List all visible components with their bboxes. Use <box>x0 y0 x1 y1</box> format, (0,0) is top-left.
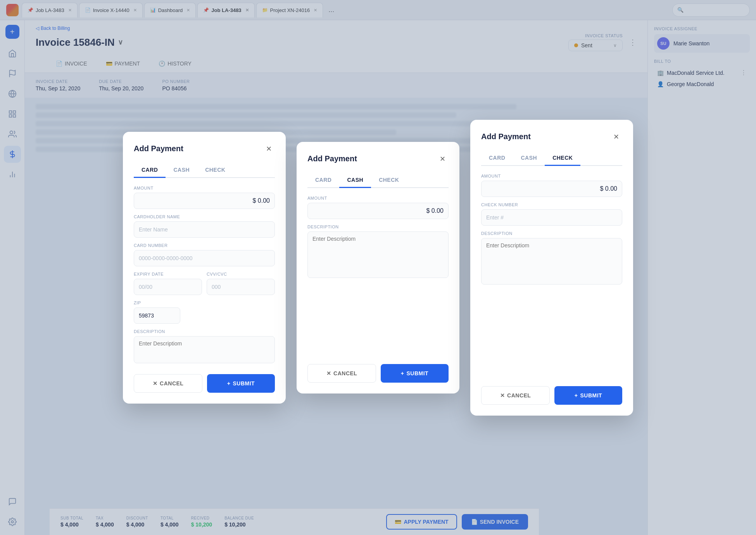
modal-cash-tab-check[interactable]: CHECK <box>371 173 407 188</box>
cash-amount-group: AMOUNT <box>307 196 449 219</box>
expiry-label: EXPIRY DATE <box>134 272 202 276</box>
modal-cash-title: Add Payment <box>307 154 357 163</box>
check-cancel-x-icon: ✕ <box>500 392 505 399</box>
cardholder-input[interactable] <box>134 221 275 238</box>
cash-spacer <box>307 285 449 355</box>
cash-cancel-x-icon: ✕ <box>326 370 331 376</box>
modal-cash-tab-cash[interactable]: CASH <box>339 173 371 188</box>
cardholder-group: CARDHOLDER NAME <box>134 214 275 238</box>
modal-cash-payment-tabs: CARD CASH CHECK <box>307 173 449 188</box>
modal-cash-submit-button[interactable]: + SUBMIT <box>381 364 449 383</box>
modal-card-cancel-label: CANCEL <box>160 380 183 387</box>
check-number-label: CHECK NUMBER <box>481 202 622 207</box>
modal-card-cancel-button[interactable]: ✕ CANCEL <box>134 374 202 393</box>
modal-cash-close[interactable]: ✕ <box>436 153 449 165</box>
card-amount-input[interactable] <box>134 193 275 209</box>
modal-card-header: Add Payment ✕ <box>134 143 275 155</box>
card-number-label: CARD NUMBER <box>134 243 275 248</box>
cvv-group: CVV/CVC <box>207 272 275 295</box>
cash-description-label: DESCRIPTION <box>307 224 449 229</box>
modal-card-title: Add Payment <box>134 144 183 153</box>
modal-check: Add Payment ✕ CARD CASH CHECK AMOUNT CHE… <box>470 120 633 416</box>
check-submit-plus-icon: + <box>575 392 578 399</box>
check-description-group: DESCRIPTION <box>481 231 622 286</box>
cash-amount-input[interactable] <box>307 203 449 219</box>
zip-label: ZIP <box>134 300 275 305</box>
modal-check-title: Add Payment <box>481 132 531 141</box>
modal-check-payment-tabs: CARD CASH CHECK <box>481 151 622 166</box>
modal-check-tab-cash[interactable]: CASH <box>513 151 545 166</box>
modal-check-cancel-label: CANCEL <box>507 392 531 399</box>
card-description-label: DESCRIPTION <box>134 329 275 334</box>
modal-cash-cancel-button[interactable]: ✕ CANCEL <box>307 364 376 383</box>
check-amount-input[interactable] <box>481 181 622 197</box>
check-spacer <box>481 292 622 377</box>
modal-check-submit-button[interactable]: + SUBMIT <box>554 386 622 405</box>
check-description-label: DESCRIPTION <box>481 231 622 236</box>
modal-check-cancel-button[interactable]: ✕ CANCEL <box>481 386 550 405</box>
modal-card-footer: ✕ CANCEL + SUBMIT <box>134 374 275 393</box>
modal-check-footer: ✕ CANCEL + SUBMIT <box>481 386 622 405</box>
card-number-group: CARD NUMBER <box>134 243 275 266</box>
modal-cash-footer: ✕ CANCEL + SUBMIT <box>307 364 449 383</box>
modal-check-submit-label: SUBMIT <box>580 392 602 399</box>
modal-cash: Add Payment ✕ CARD CASH CHECK AMOUNT DES… <box>297 142 459 393</box>
zip-input[interactable] <box>134 307 180 324</box>
check-number-input[interactable] <box>481 209 622 226</box>
modal-cash-header: Add Payment ✕ <box>307 153 449 165</box>
card-amount-label: AMOUNT <box>134 186 275 190</box>
cash-submit-plus-icon: + <box>401 370 404 376</box>
modal-card-tab-cash[interactable]: CASH <box>166 163 197 178</box>
expiry-input[interactable] <box>134 279 202 295</box>
cvv-input[interactable] <box>207 279 275 295</box>
modal-check-tab-check[interactable]: CHECK <box>545 151 580 166</box>
modal-card-payment-tabs: CARD CASH CHECK <box>134 163 275 178</box>
modal-card: Add Payment ✕ CARD CASH CHECK AMOUNT CAR… <box>123 132 286 404</box>
card-description-textarea[interactable] <box>134 336 275 363</box>
card-number-input[interactable] <box>134 250 275 266</box>
submit-plus-icon: + <box>227 380 231 387</box>
check-number-group: CHECK NUMBER <box>481 202 622 226</box>
cardholder-label: CARDHOLDER NAME <box>134 214 275 219</box>
card-expiry-row: EXPIRY DATE CVV/CVC <box>134 272 275 300</box>
modal-cash-cancel-label: CANCEL <box>333 370 357 376</box>
cash-description-group: DESCRIPTION <box>307 224 449 280</box>
modals-container: Add Payment ✕ CARD CASH CHECK AMOUNT CAR… <box>0 0 756 535</box>
modal-check-header: Add Payment ✕ <box>481 131 622 143</box>
expiry-group: EXPIRY DATE <box>134 272 202 295</box>
modal-card-submit-label: SUBMIT <box>233 380 255 387</box>
cash-description-textarea[interactable] <box>307 231 449 278</box>
check-description-textarea[interactable] <box>481 238 622 285</box>
card-amount-group: AMOUNT <box>134 186 275 209</box>
modal-card-tab-card[interactable]: CARD <box>134 163 166 178</box>
modal-card-tab-check[interactable]: CHECK <box>197 163 233 178</box>
check-amount-label: AMOUNT <box>481 174 622 178</box>
check-amount-group: AMOUNT <box>481 174 622 197</box>
modal-cash-tab-card[interactable]: CARD <box>307 173 339 188</box>
modal-check-close[interactable]: ✕ <box>610 131 622 143</box>
cash-amount-label: AMOUNT <box>307 196 449 200</box>
cancel-x-icon: ✕ <box>153 380 158 387</box>
modal-check-tab-card[interactable]: CARD <box>481 151 513 166</box>
modal-card-submit-button[interactable]: + SUBMIT <box>207 374 275 393</box>
cvv-label: CVV/CVC <box>207 272 275 276</box>
card-description-group: DESCRIPTION <box>134 329 275 365</box>
modal-cash-submit-label: SUBMIT <box>407 370 429 376</box>
modal-card-close[interactable]: ✕ <box>262 143 275 155</box>
zip-group: ZIP <box>134 300 275 324</box>
